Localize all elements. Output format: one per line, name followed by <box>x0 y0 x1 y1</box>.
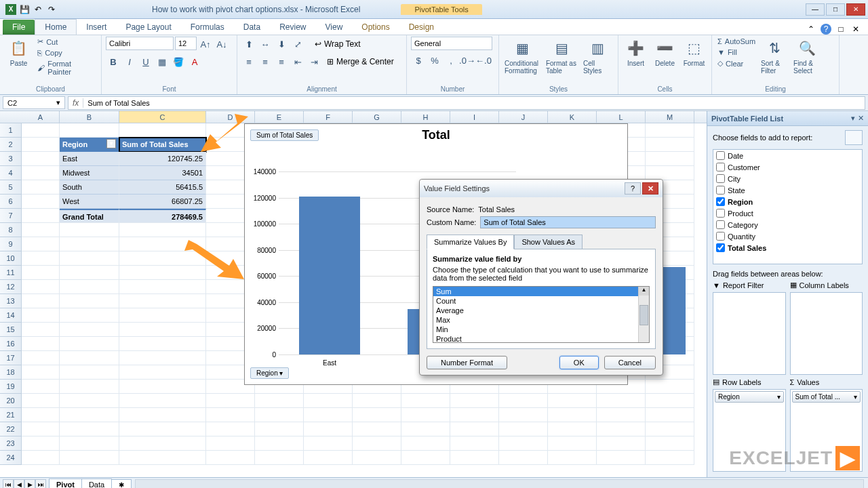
cell[interactable] <box>119 436 206 451</box>
tab-design[interactable]: Design <box>399 20 443 35</box>
cell[interactable]: East <box>60 152 119 166</box>
close-button[interactable]: ✕ <box>846 3 865 16</box>
cell[interactable] <box>22 337 60 351</box>
cell[interactable]: 120745.25 <box>119 152 206 166</box>
cell[interactable] <box>22 237 60 251</box>
minimize-ribbon-icon[interactable]: ⌃ <box>806 24 816 35</box>
cell[interactable] <box>353 408 401 422</box>
increase-font-icon[interactable]: A↑ <box>198 37 213 52</box>
cell[interactable] <box>206 422 255 436</box>
prev-sheet-icon[interactable]: ◀ <box>14 479 24 489</box>
cancel-button[interactable]: Cancel <box>604 356 656 369</box>
cell[interactable] <box>255 394 304 408</box>
cell[interactable] <box>304 408 353 422</box>
cell[interactable] <box>60 308 119 323</box>
cell[interactable]: Midwest <box>60 166 119 180</box>
row-header[interactable]: 18 <box>0 365 22 380</box>
calc-option[interactable]: Sum <box>433 287 649 296</box>
cell[interactable] <box>548 422 597 436</box>
ok-button[interactable]: OK <box>559 356 599 369</box>
autosum-button[interactable]: ΣAutoSum <box>716 37 757 46</box>
field-checkbox[interactable] <box>716 197 725 206</box>
cell-styles-button[interactable]: ▥Cell Styles <box>582 37 614 76</box>
underline-button[interactable]: U <box>138 54 153 69</box>
increase-decimal-icon[interactable]: .0→ <box>460 53 475 68</box>
insert-cells-button[interactable]: ➕Insert <box>623 37 649 68</box>
percent-icon[interactable]: % <box>427 53 442 68</box>
cell[interactable] <box>60 408 119 422</box>
cell[interactable] <box>597 451 646 465</box>
cell[interactable] <box>22 209 60 223</box>
cell[interactable]: Grand Total <box>60 209 119 223</box>
sheet-tab-pivot[interactable]: Pivot <box>49 479 82 488</box>
cell[interactable] <box>60 280 119 294</box>
cell[interactable] <box>499 422 548 436</box>
column-header[interactable]: G <box>353 111 401 123</box>
custom-name-input[interactable] <box>480 216 656 228</box>
cell[interactable] <box>206 394 255 408</box>
column-header[interactable]: A <box>22 111 60 123</box>
calc-option[interactable]: Count <box>433 296 649 306</box>
tab-file[interactable]: File <box>3 20 35 35</box>
value-chip-total[interactable]: Sum of Total ...▾ <box>792 391 861 403</box>
cell[interactable] <box>60 123 119 138</box>
cell[interactable] <box>119 223 206 237</box>
cell[interactable] <box>22 351 60 365</box>
bar[interactable] <box>299 197 360 354</box>
redo-icon[interactable]: ↷ <box>46 4 57 15</box>
save-icon[interactable]: 💾 <box>19 4 30 15</box>
field-item[interactable]: Quantity <box>713 230 862 242</box>
cell[interactable] <box>22 394 60 408</box>
cell[interactable] <box>119 294 206 308</box>
name-box[interactable]: C2▾ <box>3 96 65 109</box>
cell[interactable] <box>22 422 60 436</box>
cell[interactable] <box>22 251 60 266</box>
row-header[interactable]: 22 <box>0 422 22 436</box>
cell[interactable]: 278469.5 <box>119 209 206 223</box>
cell[interactable] <box>60 394 119 408</box>
cell[interactable] <box>597 422 646 436</box>
conditional-formatting-button[interactable]: ▦Conditional Formatting <box>503 37 542 76</box>
cell[interactable] <box>255 451 304 465</box>
field-checkbox[interactable] <box>716 232 725 241</box>
cell[interactable]: West <box>60 195 119 209</box>
cell[interactable] <box>22 152 60 166</box>
cell[interactable] <box>304 422 353 436</box>
row-header[interactable]: 20 <box>0 394 22 408</box>
fill-color-button[interactable]: 🪣 <box>171 54 186 69</box>
formula-value[interactable]: Sum of Total Sales <box>83 99 154 107</box>
tab-formulas[interactable]: Formulas <box>181 20 234 35</box>
filter-dropdown-icon[interactable]: ▾ <box>106 139 116 148</box>
cell[interactable] <box>22 436 60 451</box>
tab-show-values-as[interactable]: Show Values As <box>514 235 583 249</box>
row-header[interactable]: 21 <box>0 408 22 422</box>
paste-button[interactable]: 📋Paste <box>4 37 33 68</box>
cell[interactable]: 56415.5 <box>119 180 206 195</box>
next-sheet-icon[interactable]: ▶ <box>24 479 35 489</box>
cell[interactable] <box>60 436 119 451</box>
cell[interactable] <box>119 422 206 436</box>
cell[interactable] <box>22 365 60 380</box>
cell[interactable] <box>119 451 206 465</box>
cell[interactable] <box>646 152 694 166</box>
cell[interactable]: South <box>60 180 119 195</box>
column-header[interactable]: F <box>304 111 353 123</box>
help-icon[interactable]: ? <box>821 24 831 35</box>
cell[interactable] <box>499 451 548 465</box>
tab-summarize-by[interactable]: Summarize Values By <box>427 235 514 249</box>
scrollbar[interactable]: ▲ <box>638 287 649 342</box>
cell[interactable] <box>22 451 60 465</box>
cell[interactable] <box>401 408 450 422</box>
row-chip-region[interactable]: Region▾ <box>715 391 784 403</box>
calc-option[interactable]: Average <box>433 306 649 315</box>
calc-option[interactable]: Product <box>433 334 649 343</box>
cell[interactable] <box>450 451 499 465</box>
tab-review[interactable]: Review <box>270 20 315 35</box>
cell[interactable] <box>646 408 694 422</box>
align-center-icon[interactable]: ≡ <box>258 54 273 69</box>
cell[interactable] <box>119 308 206 323</box>
cell[interactable] <box>353 422 401 436</box>
decrease-decimal-icon[interactable]: ←.0 <box>476 53 491 68</box>
cell[interactable] <box>353 436 401 451</box>
cell[interactable] <box>548 436 597 451</box>
